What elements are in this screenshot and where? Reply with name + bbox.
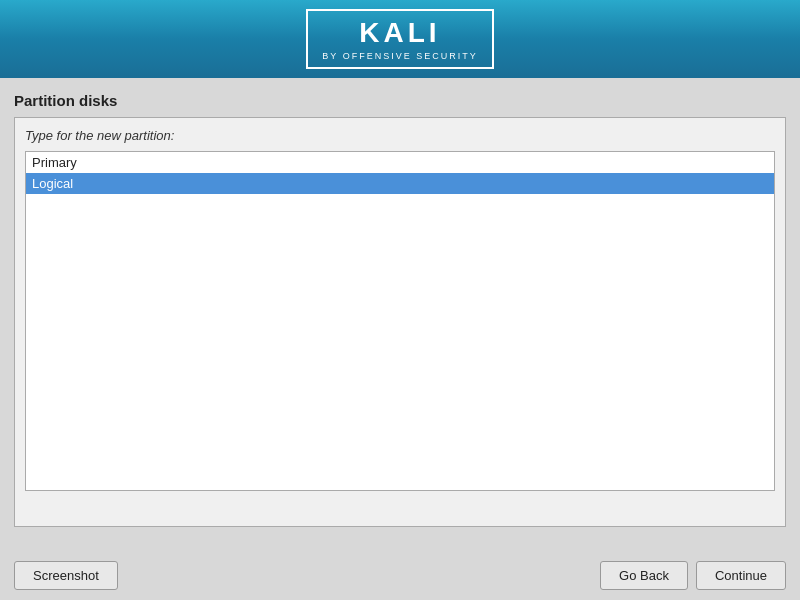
- kali-subtitle: BY OFFENSIVE SECURITY: [322, 51, 477, 61]
- screenshot-button[interactable]: Screenshot: [14, 561, 118, 590]
- footer-right: Go Back Continue: [600, 561, 786, 590]
- panel-label: Type for the new partition:: [25, 128, 775, 143]
- list-item-logical[interactable]: Logical: [26, 173, 774, 194]
- go-back-button[interactable]: Go Back: [600, 561, 688, 590]
- partition-list[interactable]: Primary Logical: [25, 151, 775, 491]
- footer: Screenshot Go Back Continue: [0, 550, 800, 600]
- header: KALI BY OFFENSIVE SECURITY: [0, 0, 800, 78]
- partition-panel: Type for the new partition: Primary Logi…: [14, 117, 786, 527]
- kali-logo: KALI BY OFFENSIVE SECURITY: [306, 9, 493, 69]
- main-content: Partition disks Type for the new partiti…: [0, 78, 800, 537]
- page-title: Partition disks: [14, 92, 786, 109]
- continue-button[interactable]: Continue: [696, 561, 786, 590]
- kali-logo-text: KALI: [359, 17, 440, 49]
- list-item-primary[interactable]: Primary: [26, 152, 774, 173]
